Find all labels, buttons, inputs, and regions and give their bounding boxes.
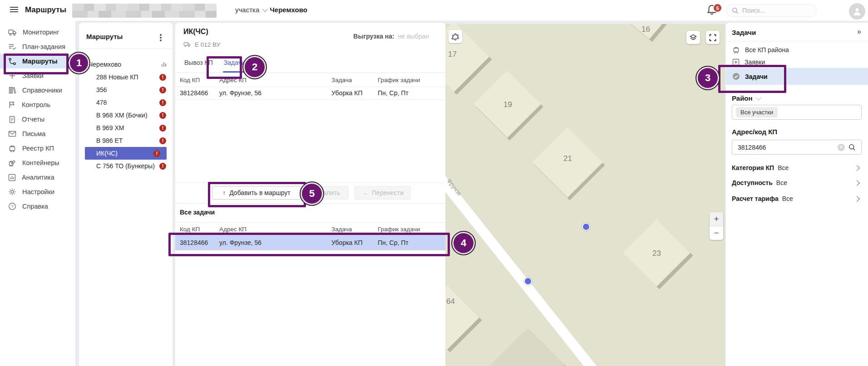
flag-icon <box>8 101 16 108</box>
map-building-label: 64 <box>446 297 455 306</box>
alert-icon: ! <box>159 137 166 144</box>
route-item[interactable]: 288 Новые КП! <box>79 71 173 83</box>
sidebar-item-label: Контроль <box>22 101 50 108</box>
route-item[interactable]: С 756 ТО (Бункеры)! <box>79 160 173 172</box>
sidebar-item-settings[interactable]: Настройки <box>0 185 75 199</box>
address-search-input[interactable]: 38128466 ✕ <box>732 140 862 155</box>
truck-icon <box>183 42 191 48</box>
delete-button[interactable]: Удалить <box>307 186 349 200</box>
breadcrumb[interactable]: участка Черемхово <box>235 6 307 14</box>
zoom-in-button[interactable]: + <box>710 212 723 226</box>
tab-zadachi[interactable]: Задачи <box>219 53 250 73</box>
draw-polygon-button[interactable] <box>449 30 462 43</box>
container-edit-icon <box>8 159 16 167</box>
right-panel-title: Задачи <box>732 29 756 36</box>
sidebar-item-monitoring[interactable]: Мониторинг <box>0 25 75 39</box>
fullscreen-icon <box>709 34 716 41</box>
stats-bars-icon <box>162 62 167 67</box>
unload-value[interactable]: не выбран <box>398 33 429 40</box>
gear-icon <box>8 188 16 196</box>
alert-icon: ! <box>159 87 166 93</box>
route-item-selected[interactable]: ИК(ЧС)! <box>85 147 167 160</box>
map-zoom-control: + − <box>710 212 723 240</box>
zoom-out-button[interactable]: − <box>710 226 723 240</box>
address-label: Адрес/код КП <box>732 128 777 136</box>
panel-item-all-kp[interactable]: Все КП района <box>726 44 868 56</box>
chevron-right-icon <box>854 165 860 171</box>
sidebar-item-directories[interactable]: Справочники <box>0 83 75 98</box>
alert-icon: ! <box>159 99 166 106</box>
alert-icon: ! <box>159 112 166 119</box>
filter-tariff[interactable]: Расчет тарифа Все <box>732 192 862 205</box>
breadcrumb-prefix[interactable]: участка <box>235 6 259 14</box>
district-chip[interactable]: Все участки <box>736 107 778 117</box>
search-icon <box>732 7 739 14</box>
route-task-row[interactable]: 38128466 ул. Фрунзе, 56 Уборка КП Пн, Ср… <box>175 87 445 100</box>
sidebar-item-reports[interactable]: Отчеты <box>0 112 75 127</box>
routes-menu-kebab-icon[interactable] <box>160 34 162 42</box>
page-title: Маршруты <box>25 5 66 15</box>
chevron-right-icon <box>854 196 860 202</box>
polygon-select-icon <box>451 33 459 40</box>
tab-vyvoz-kp[interactable]: Вывоз КП <box>180 53 217 73</box>
sidebar-item-label: Справочники <box>22 87 62 94</box>
sidebar-item-registry-kp[interactable]: Реестр КП <box>0 141 75 156</box>
sidebar-item-label: Письма <box>22 130 45 137</box>
sidebar-item-label: Аналитика <box>22 174 54 181</box>
panel-item-requests[interactable]: Заявки <box>726 56 868 68</box>
map-building-label: 17 <box>448 50 457 59</box>
svg-text:?: ? <box>11 204 13 209</box>
sidebar-item-analytics[interactable]: Аналитика <box>0 170 75 185</box>
global-search-input[interactable]: Поиск... <box>726 4 817 17</box>
tasks-toolbar: ↑ Добавить в маршрут Удалить → Перенести <box>175 182 445 204</box>
all-tasks-row-selected[interactable]: 38128466 ул. Фрунзе, 56 Уборка КП Пн, Ср… <box>175 235 445 250</box>
route-tasks-table-header: Код КП Адрес КП Задача График задачи <box>175 73 445 87</box>
collapse-panel-icon[interactable]: » <box>857 28 861 36</box>
layers-button[interactable] <box>686 31 700 44</box>
sidebar-item-label: Отчеты <box>22 116 44 123</box>
district-multiselect[interactable]: Все участки <box>732 105 862 120</box>
sidebar-item-letters[interactable]: Письма <box>0 127 75 141</box>
envelope-icon <box>8 131 16 137</box>
chevron-down-icon <box>262 6 268 12</box>
map-marker[interactable] <box>582 223 590 231</box>
map-marker[interactable] <box>524 277 532 285</box>
all-tasks-table-header: Код КП Адрес КП Задача График задачи <box>175 222 445 236</box>
filter-accessibility[interactable]: Доступность Все <box>732 176 862 190</box>
add-to-route-button[interactable]: ↑ Добавить в маршрут <box>212 186 301 200</box>
route-item[interactable]: 356! <box>79 83 173 96</box>
fullscreen-button[interactable] <box>706 31 720 44</box>
address-search-value[interactable]: 38128466 <box>738 144 834 151</box>
route-title: ИК(ЧС) <box>183 28 208 36</box>
topbar: Маршруты участка Черемхово 5 Поиск... <box>0 0 868 21</box>
move-button[interactable]: → Перенести <box>355 186 411 200</box>
filter-category[interactable]: Категория КП Все <box>732 161 862 175</box>
sidebar-item-control[interactable]: Контроль <box>0 98 75 112</box>
truck-icon <box>8 29 17 36</box>
route-group-cheremkhovo[interactable]: Черемхово <box>79 58 173 71</box>
route-item[interactable]: В 968 ХМ (Бочки)! <box>79 109 173 122</box>
hamburger-menu-icon[interactable] <box>10 7 18 13</box>
route-item[interactable]: В 969 ХМ! <box>79 122 173 134</box>
chevron-down-icon[interactable] <box>755 95 761 101</box>
panel-item-tasks-selected[interactable]: Задачи <box>726 68 868 85</box>
sidebar-item-help[interactable]: ? Справка <box>0 199 75 214</box>
sidebar-item-plan-tasks[interactable]: План-задания <box>0 39 75 54</box>
routes-panel: Маршруты Черемхово 288 Новые КП! 356! 47… <box>79 23 173 366</box>
map[interactable]: 16 17 19 21 23 64 Фрунзе <box>445 24 725 366</box>
search-icon[interactable] <box>848 144 856 151</box>
sidebar-item-requests[interactable]: Заявки <box>0 68 75 83</box>
map-building-label: 16 <box>641 25 650 34</box>
sidebar-item-routes[interactable]: Маршруты <box>0 54 75 68</box>
arrow-up-icon: ↑ <box>222 189 226 196</box>
notifications-bell[interactable]: 5 <box>706 4 720 18</box>
avatar[interactable] <box>849 3 865 20</box>
breadcrumb-current[interactable]: Черемхово <box>270 6 307 14</box>
sidebar-item-label: Заявки <box>22 72 44 79</box>
sidebar-item-containers[interactable]: Контейнеры <box>0 156 75 170</box>
person-icon <box>853 7 862 16</box>
route-item[interactable]: В 986 ЕТ! <box>79 134 173 147</box>
route-item[interactable]: 478! <box>79 96 173 109</box>
clear-input-icon[interactable]: ✕ <box>838 144 845 151</box>
sidebar-item-label: Мониторинг <box>23 29 59 36</box>
